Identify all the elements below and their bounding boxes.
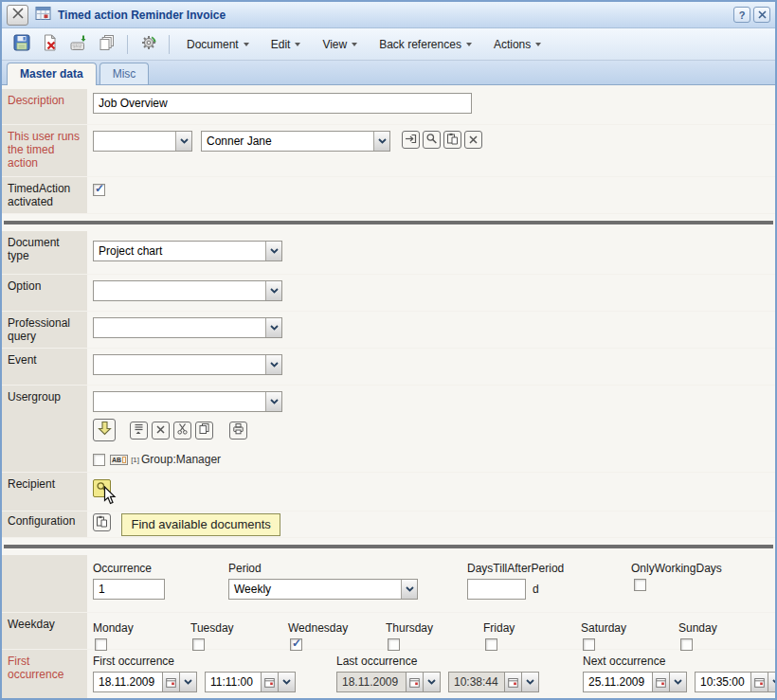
option-value (94, 281, 265, 300)
weekday-tuesday-label: Tuesday (190, 621, 234, 635)
chevron-down-icon[interactable] (279, 672, 296, 692)
occurrence-input[interactable] (93, 579, 165, 600)
user-value: Conner Jane (202, 132, 373, 151)
clear-user-button[interactable] (464, 131, 482, 149)
duplicate-icon (198, 422, 210, 439)
paste-user-button[interactable] (443, 131, 461, 149)
timed-action-activated-checkbox[interactable] (93, 184, 105, 196)
document-type-value: Project chart (94, 242, 265, 260)
last-occurrence-time-input (448, 672, 505, 692)
chevron-down-icon[interactable] (522, 672, 539, 692)
user-dropdown[interactable]: Conner Jane (201, 131, 390, 152)
menu-document-label: Document (187, 38, 239, 51)
schedule-label-cell (2, 555, 87, 613)
chevron-down-icon[interactable] (265, 242, 281, 260)
option-label: Option (2, 275, 87, 312)
calendar-icon[interactable] (407, 672, 424, 692)
help-button[interactable]: ? (733, 7, 750, 23)
calendar-icon[interactable] (163, 672, 180, 692)
delete-document-icon (42, 34, 59, 54)
professional-query-dropdown[interactable] (93, 317, 282, 338)
chevron-down-icon[interactable] (265, 281, 281, 300)
search-user-button[interactable] (423, 131, 441, 149)
toolbar-separator (127, 35, 128, 54)
delete-icon (155, 422, 166, 439)
chevron-down-icon[interactable] (373, 132, 389, 151)
import-icon (70, 34, 87, 54)
process-button[interactable] (136, 32, 160, 56)
window-icon (35, 6, 51, 25)
calendar-icon[interactable] (262, 672, 279, 692)
first-occurrence-time-input[interactable] (205, 672, 262, 692)
usergroup-label: Usergroup (2, 386, 87, 473)
search-icon (96, 480, 108, 497)
usergroup-item-checkbox[interactable] (93, 454, 105, 466)
days-till-after-period-input[interactable] (467, 579, 526, 600)
period-label: Period (228, 562, 467, 575)
delete-document-button[interactable] (38, 32, 62, 56)
calendar-icon[interactable] (751, 672, 768, 692)
usergroup-value (94, 392, 265, 411)
chevron-down-icon[interactable] (401, 580, 417, 599)
insert-down-button[interactable] (93, 419, 116, 441)
app-window: Timed action Reminder Invoice ? Document (0, 0, 777, 700)
event-dropdown[interactable] (93, 354, 282, 375)
window-title: Timed action Reminder Invoice (58, 9, 226, 22)
period-value: Weekly (229, 580, 401, 599)
period-dropdown[interactable]: Weekly (228, 579, 418, 600)
next-occurrence-date-input[interactable] (583, 672, 653, 692)
chevron-down-icon[interactable] (265, 392, 281, 411)
chevron-down-icon[interactable] (180, 672, 197, 692)
recipient-search-button[interactable] (93, 479, 111, 497)
first-occurrence-date-input[interactable] (93, 672, 163, 692)
menu-document[interactable]: Document (178, 35, 258, 54)
calendar-icon[interactable] (653, 672, 670, 692)
tab-misc[interactable]: Misc (99, 63, 150, 84)
next-occurrence-time-input[interactable] (695, 672, 751, 692)
menu-edit-label: Edit (271, 38, 291, 51)
description-input[interactable] (93, 93, 472, 114)
save-button[interactable] (9, 32, 33, 56)
delete-item-button[interactable] (152, 422, 170, 440)
document-type-dropdown[interactable]: Project chart (93, 241, 282, 261)
usergroup-item-text: Group:Manager (141, 453, 221, 466)
occurrence-label: Occurrence (93, 562, 228, 575)
weekday-sunday-label: Sunday (678, 621, 717, 635)
goto-button[interactable] (402, 131, 420, 149)
process-icon (140, 34, 157, 54)
item-ref-index: [1] (131, 456, 139, 464)
weekday-saturday-label: Saturday (581, 621, 626, 635)
chevron-down-icon[interactable] (265, 318, 281, 337)
only-working-days-checkbox[interactable] (634, 579, 646, 591)
next-occurrence-label: Next occurrence (583, 655, 775, 668)
select-all-button[interactable] (130, 422, 148, 440)
close-button[interactable] (753, 7, 770, 23)
description-label: Description (2, 89, 87, 125)
tab-misc-label: Misc (113, 67, 136, 81)
menu-edit[interactable]: Edit (262, 35, 310, 54)
calendar-icon[interactable] (505, 672, 522, 692)
print-button[interactable] (229, 422, 247, 440)
duplicate-button[interactable] (195, 422, 213, 440)
menu-actions[interactable]: Actions (485, 35, 550, 54)
copy-button[interactable] (95, 32, 118, 56)
save-icon (13, 34, 30, 54)
chevron-down-icon[interactable] (768, 672, 775, 692)
usergroup-dropdown[interactable] (93, 391, 282, 412)
configuration-paste-button[interactable] (93, 513, 111, 531)
option-dropdown[interactable] (93, 280, 282, 301)
chevron-down-icon[interactable] (670, 672, 687, 692)
chevron-down-icon[interactable] (424, 672, 441, 692)
menu-view[interactable]: View (314, 35, 366, 54)
menu-back-references[interactable]: Back references (370, 35, 480, 54)
window-collapse-button[interactable] (7, 5, 28, 26)
cut-button[interactable] (173, 422, 191, 440)
clear-icon (468, 132, 479, 149)
import-button[interactable] (66, 32, 90, 56)
chevron-down-icon (295, 43, 300, 46)
paste-icon (96, 514, 108, 531)
chevron-down-icon[interactable] (265, 355, 281, 374)
chevron-down-icon[interactable] (175, 132, 191, 151)
tab-master-data[interactable]: Master data (7, 63, 97, 85)
user-type-dropdown[interactable] (93, 131, 192, 152)
